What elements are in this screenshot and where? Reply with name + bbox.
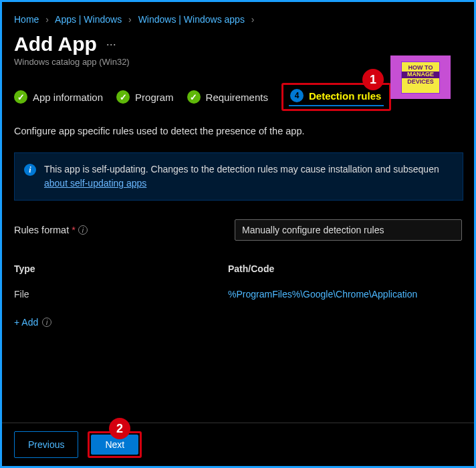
step-label: Program <box>135 92 174 103</box>
step-app-information[interactable]: ✓ App information <box>14 90 103 104</box>
previous-button[interactable]: Previous <box>14 431 78 458</box>
info-banner: i This app is self-updating. Changes to … <box>14 152 463 201</box>
rules-table-header: Type Path/Code <box>14 259 462 278</box>
info-text: This app is self-updating. Changes to th… <box>44 162 439 191</box>
col-header-path: Path/Code <box>228 263 462 274</box>
breadcrumb-apps[interactable]: Apps | Windows <box>55 14 122 25</box>
required-asterisk: * <box>72 225 76 235</box>
info-icon: i <box>24 164 36 176</box>
step-requirements[interactable]: ✓ Requirements <box>187 90 268 104</box>
add-rule-link[interactable]: + Add i <box>14 317 51 328</box>
step-program[interactable]: ✓ Program <box>116 90 174 104</box>
breadcrumb-windows-apps[interactable]: Windows | Windows apps <box>138 14 245 25</box>
info-hint-icon[interactable]: i <box>42 318 51 327</box>
breadcrumb: Home › Apps | Windows › Windows | Window… <box>14 14 462 25</box>
page-title: Add App <box>14 33 97 55</box>
step-label: Requirements <box>206 92 268 103</box>
step-detection-rules[interactable]: 4 Detection rules <box>290 89 381 102</box>
wizard-footer: Previous Next <box>2 423 474 466</box>
info-hint-icon[interactable]: i <box>78 225 88 235</box>
rules-format-select[interactable] <box>235 219 462 241</box>
step-number-icon: 4 <box>290 89 304 102</box>
cell-type: File <box>14 289 228 300</box>
info-link[interactable]: about self-updating apps <box>44 178 146 189</box>
chevron-right-icon: › <box>128 14 132 25</box>
annotation-marker-1: 1 <box>362 69 384 90</box>
rules-format-label: Rules format * i <box>14 225 228 235</box>
table-row[interactable]: File %ProgramFiles%\Google\Chrome\Applic… <box>14 282 462 306</box>
annotation-marker-2: 2 <box>109 418 130 439</box>
section-description: Configure app specific rules used to det… <box>14 126 462 136</box>
chevron-right-icon: › <box>45 14 49 25</box>
more-actions-icon[interactable]: ··· <box>106 37 116 51</box>
check-icon: ✓ <box>14 90 27 104</box>
brand-logo: HOW TO MANAGE DEVICES <box>390 55 451 99</box>
breadcrumb-home[interactable]: Home <box>14 14 39 25</box>
step-label: App information <box>33 92 103 103</box>
check-icon: ✓ <box>187 90 201 104</box>
step-label: Detection rules <box>309 90 381 102</box>
col-header-type: Type <box>14 263 228 274</box>
chevron-right-icon: › <box>251 14 255 25</box>
check-icon: ✓ <box>116 90 130 104</box>
cell-path[interactable]: %ProgramFiles%\Google\Chrome\Application <box>228 289 462 300</box>
